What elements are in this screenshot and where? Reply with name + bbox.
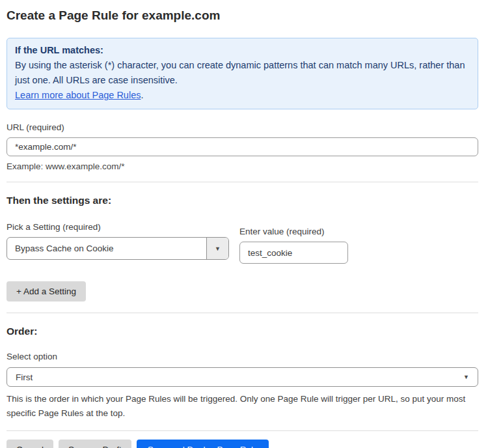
divider [7,182,478,182]
divider [7,430,478,431]
save-and-deploy-button[interactable]: Save and Deploy Page Rule [137,440,269,448]
setting-select-value: Bypass Cache on Cookie [7,238,206,259]
add-setting-button[interactable]: + Add a Setting [7,281,86,301]
page-rule-form: Create a Page Rule for example.com If th… [0,0,488,448]
chevron-down-icon: ▼ [463,374,469,380]
order-select[interactable]: First ▼ [7,367,478,387]
setting-picker-label: Pick a Setting (required) [7,222,229,232]
order-select-label: Select option [7,352,478,362]
order-select-value: First [16,372,33,382]
info-box-body: By using the asterisk (*) character, you… [15,58,470,88]
save-as-draft-button[interactable]: Save as Draft [59,440,131,448]
setting-select-arrow-button[interactable]: ▼ [206,238,228,259]
url-input[interactable] [7,137,478,156]
url-match-info-box: If the URL matches: By using the asteris… [7,38,478,109]
url-example-helper: Example: www.example.com/* [7,161,478,171]
form-actions: Cancel Save as Draft Save and Deploy Pag… [7,440,478,448]
setting-picker-group: Pick a Setting (required) Bypass Cache o… [7,222,229,260]
setting-value-input[interactable] [239,242,348,264]
page-title: Create a Page Rule for example.com [7,8,478,23]
order-section-heading: Order: [7,326,478,337]
setting-value-group: Enter value (required) [239,227,348,264]
setting-value-label: Enter value (required) [239,227,348,237]
learn-more-link[interactable]: Learn more about Page Rules [15,90,141,100]
link-suffix: . [141,90,143,100]
info-box-heading: If the URL matches: [15,43,470,58]
setting-select[interactable]: Bypass Cache on Cookie ▼ [7,237,229,260]
url-field-label: URL (required) [7,122,478,133]
cancel-button[interactable]: Cancel [7,440,53,448]
divider [7,313,478,313]
settings-section-heading: Then the settings are: [7,195,478,206]
settings-row: Pick a Setting (required) Bypass Cache o… [7,222,478,264]
info-box-link-line: Learn more about Page Rules. [15,88,470,103]
chevron-down-icon: ▼ [215,245,221,252]
order-help-text: This is the order in which your Page Rul… [7,392,478,421]
